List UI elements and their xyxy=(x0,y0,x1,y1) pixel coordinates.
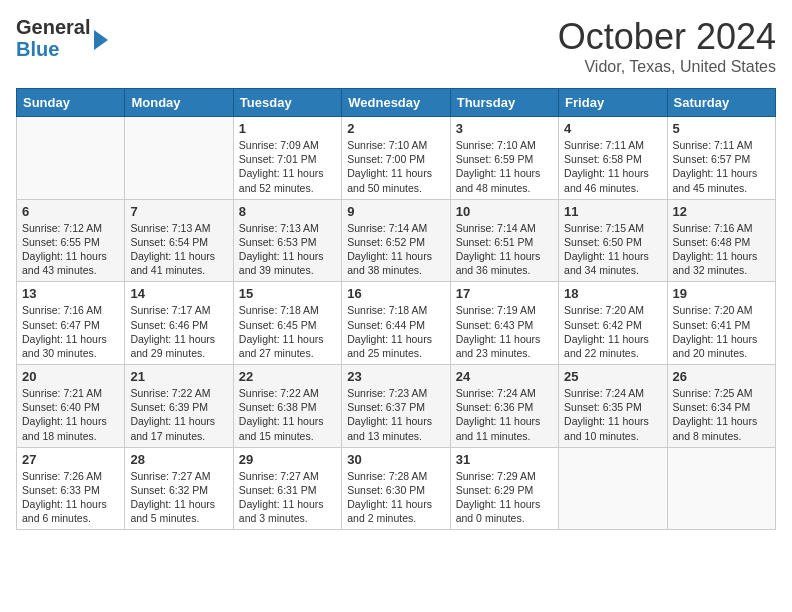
day-number: 19 xyxy=(673,286,770,301)
day-number: 16 xyxy=(347,286,444,301)
calendar-cell: 26Sunrise: 7:25 AM Sunset: 6:34 PM Dayli… xyxy=(667,365,775,448)
calendar-cell xyxy=(125,117,233,200)
logo-line1: General xyxy=(16,16,90,38)
day-info: Sunrise: 7:23 AM Sunset: 6:37 PM Dayligh… xyxy=(347,386,444,443)
day-number: 9 xyxy=(347,204,444,219)
calendar-cell: 24Sunrise: 7:24 AM Sunset: 6:36 PM Dayli… xyxy=(450,365,558,448)
calendar-cell: 20Sunrise: 7:21 AM Sunset: 6:40 PM Dayli… xyxy=(17,365,125,448)
day-info: Sunrise: 7:24 AM Sunset: 6:36 PM Dayligh… xyxy=(456,386,553,443)
day-info: Sunrise: 7:13 AM Sunset: 6:54 PM Dayligh… xyxy=(130,221,227,278)
day-info: Sunrise: 7:11 AM Sunset: 6:57 PM Dayligh… xyxy=(673,138,770,195)
calendar-header-row: SundayMondayTuesdayWednesdayThursdayFrid… xyxy=(17,89,776,117)
day-info: Sunrise: 7:17 AM Sunset: 6:46 PM Dayligh… xyxy=(130,303,227,360)
day-info: Sunrise: 7:12 AM Sunset: 6:55 PM Dayligh… xyxy=(22,221,119,278)
page-header: General Blue October 2024 Vidor, Texas, … xyxy=(16,16,776,76)
header-day-saturday: Saturday xyxy=(667,89,775,117)
day-info: Sunrise: 7:10 AM Sunset: 7:00 PM Dayligh… xyxy=(347,138,444,195)
calendar-cell: 12Sunrise: 7:16 AM Sunset: 6:48 PM Dayli… xyxy=(667,199,775,282)
day-number: 1 xyxy=(239,121,336,136)
calendar-cell: 23Sunrise: 7:23 AM Sunset: 6:37 PM Dayli… xyxy=(342,365,450,448)
calendar-cell: 1Sunrise: 7:09 AM Sunset: 7:01 PM Daylig… xyxy=(233,117,341,200)
calendar-cell: 17Sunrise: 7:19 AM Sunset: 6:43 PM Dayli… xyxy=(450,282,558,365)
logo: General Blue xyxy=(16,16,108,60)
day-info: Sunrise: 7:27 AM Sunset: 6:32 PM Dayligh… xyxy=(130,469,227,526)
calendar-cell: 4Sunrise: 7:11 AM Sunset: 6:58 PM Daylig… xyxy=(559,117,667,200)
calendar-cell: 21Sunrise: 7:22 AM Sunset: 6:39 PM Dayli… xyxy=(125,365,233,448)
day-number: 15 xyxy=(239,286,336,301)
calendar-cell: 10Sunrise: 7:14 AM Sunset: 6:51 PM Dayli… xyxy=(450,199,558,282)
day-number: 23 xyxy=(347,369,444,384)
calendar-cell: 25Sunrise: 7:24 AM Sunset: 6:35 PM Dayli… xyxy=(559,365,667,448)
day-number: 24 xyxy=(456,369,553,384)
day-number: 10 xyxy=(456,204,553,219)
day-info: Sunrise: 7:18 AM Sunset: 6:44 PM Dayligh… xyxy=(347,303,444,360)
logo-arrow-icon xyxy=(94,30,108,50)
day-info: Sunrise: 7:14 AM Sunset: 6:52 PM Dayligh… xyxy=(347,221,444,278)
day-number: 2 xyxy=(347,121,444,136)
logo-line2: Blue xyxy=(16,38,90,60)
calendar-cell: 2Sunrise: 7:10 AM Sunset: 7:00 PM Daylig… xyxy=(342,117,450,200)
day-number: 30 xyxy=(347,452,444,467)
day-number: 29 xyxy=(239,452,336,467)
calendar-cell: 6Sunrise: 7:12 AM Sunset: 6:55 PM Daylig… xyxy=(17,199,125,282)
day-number: 21 xyxy=(130,369,227,384)
calendar-cell: 16Sunrise: 7:18 AM Sunset: 6:44 PM Dayli… xyxy=(342,282,450,365)
calendar-week-1: 1Sunrise: 7:09 AM Sunset: 7:01 PM Daylig… xyxy=(17,117,776,200)
calendar-cell: 27Sunrise: 7:26 AM Sunset: 6:33 PM Dayli… xyxy=(17,447,125,530)
header-day-wednesday: Wednesday xyxy=(342,89,450,117)
day-number: 5 xyxy=(673,121,770,136)
calendar-week-5: 27Sunrise: 7:26 AM Sunset: 6:33 PM Dayli… xyxy=(17,447,776,530)
calendar-cell: 5Sunrise: 7:11 AM Sunset: 6:57 PM Daylig… xyxy=(667,117,775,200)
calendar-cell: 13Sunrise: 7:16 AM Sunset: 6:47 PM Dayli… xyxy=(17,282,125,365)
header-day-tuesday: Tuesday xyxy=(233,89,341,117)
calendar-cell: 30Sunrise: 7:28 AM Sunset: 6:30 PM Dayli… xyxy=(342,447,450,530)
day-number: 22 xyxy=(239,369,336,384)
logo-text: General Blue xyxy=(16,16,90,60)
day-info: Sunrise: 7:25 AM Sunset: 6:34 PM Dayligh… xyxy=(673,386,770,443)
day-number: 11 xyxy=(564,204,661,219)
calendar-cell xyxy=(559,447,667,530)
day-number: 13 xyxy=(22,286,119,301)
calendar-cell: 8Sunrise: 7:13 AM Sunset: 6:53 PM Daylig… xyxy=(233,199,341,282)
day-info: Sunrise: 7:26 AM Sunset: 6:33 PM Dayligh… xyxy=(22,469,119,526)
day-number: 3 xyxy=(456,121,553,136)
day-info: Sunrise: 7:15 AM Sunset: 6:50 PM Dayligh… xyxy=(564,221,661,278)
day-info: Sunrise: 7:14 AM Sunset: 6:51 PM Dayligh… xyxy=(456,221,553,278)
calendar-cell: 9Sunrise: 7:14 AM Sunset: 6:52 PM Daylig… xyxy=(342,199,450,282)
calendar-cell: 14Sunrise: 7:17 AM Sunset: 6:46 PM Dayli… xyxy=(125,282,233,365)
calendar-body: 1Sunrise: 7:09 AM Sunset: 7:01 PM Daylig… xyxy=(17,117,776,530)
day-number: 27 xyxy=(22,452,119,467)
day-info: Sunrise: 7:24 AM Sunset: 6:35 PM Dayligh… xyxy=(564,386,661,443)
calendar-cell: 19Sunrise: 7:20 AM Sunset: 6:41 PM Dayli… xyxy=(667,282,775,365)
calendar-cell xyxy=(17,117,125,200)
calendar-week-4: 20Sunrise: 7:21 AM Sunset: 6:40 PM Dayli… xyxy=(17,365,776,448)
day-info: Sunrise: 7:22 AM Sunset: 6:38 PM Dayligh… xyxy=(239,386,336,443)
day-info: Sunrise: 7:27 AM Sunset: 6:31 PM Dayligh… xyxy=(239,469,336,526)
day-number: 4 xyxy=(564,121,661,136)
day-info: Sunrise: 7:20 AM Sunset: 6:42 PM Dayligh… xyxy=(564,303,661,360)
location: Vidor, Texas, United States xyxy=(558,58,776,76)
day-number: 26 xyxy=(673,369,770,384)
day-info: Sunrise: 7:29 AM Sunset: 6:29 PM Dayligh… xyxy=(456,469,553,526)
calendar-cell: 3Sunrise: 7:10 AM Sunset: 6:59 PM Daylig… xyxy=(450,117,558,200)
title-block: October 2024 Vidor, Texas, United States xyxy=(558,16,776,76)
calendar-table: SundayMondayTuesdayWednesdayThursdayFrid… xyxy=(16,88,776,530)
calendar-cell: 18Sunrise: 7:20 AM Sunset: 6:42 PM Dayli… xyxy=(559,282,667,365)
header-day-monday: Monday xyxy=(125,89,233,117)
day-info: Sunrise: 7:11 AM Sunset: 6:58 PM Dayligh… xyxy=(564,138,661,195)
day-info: Sunrise: 7:09 AM Sunset: 7:01 PM Dayligh… xyxy=(239,138,336,195)
calendar-cell: 22Sunrise: 7:22 AM Sunset: 6:38 PM Dayli… xyxy=(233,365,341,448)
day-number: 31 xyxy=(456,452,553,467)
month-title: October 2024 xyxy=(558,16,776,58)
day-number: 25 xyxy=(564,369,661,384)
day-number: 18 xyxy=(564,286,661,301)
day-info: Sunrise: 7:20 AM Sunset: 6:41 PM Dayligh… xyxy=(673,303,770,360)
day-info: Sunrise: 7:18 AM Sunset: 6:45 PM Dayligh… xyxy=(239,303,336,360)
day-info: Sunrise: 7:10 AM Sunset: 6:59 PM Dayligh… xyxy=(456,138,553,195)
header-day-sunday: Sunday xyxy=(17,89,125,117)
day-number: 20 xyxy=(22,369,119,384)
day-number: 12 xyxy=(673,204,770,219)
calendar-week-3: 13Sunrise: 7:16 AM Sunset: 6:47 PM Dayli… xyxy=(17,282,776,365)
day-info: Sunrise: 7:22 AM Sunset: 6:39 PM Dayligh… xyxy=(130,386,227,443)
calendar-cell: 29Sunrise: 7:27 AM Sunset: 6:31 PM Dayli… xyxy=(233,447,341,530)
